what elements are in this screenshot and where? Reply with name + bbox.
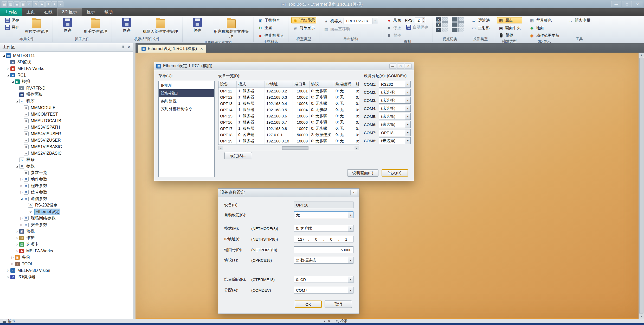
close-button[interactable]: ✕ (633, 1, 642, 7)
tree-item[interactable]: ▷≣动作参数 (0, 176, 133, 183)
close-icon[interactable]: ✕ (328, 320, 330, 323)
interference-check-button[interactable]: 干扰检查 (256, 17, 285, 23)
mode-select[interactable]: 0: 客户端 ▾ (294, 225, 353, 232)
tree-item[interactable]: ≡MMMODULE (0, 104, 133, 111)
save-user-mech-button[interactable]: 保存 (185, 17, 209, 33)
expand-arrow-icon[interactable]: ▷ (19, 178, 24, 181)
tree-item[interactable]: ▷◆MELFA-Works (0, 65, 133, 72)
collapse-arrow-icon[interactable]: ◢ (10, 80, 15, 83)
expand-arrow-icon[interactable]: ▷ (19, 223, 24, 227)
output-panel-header[interactable]: 输出 ▾ ✕ (0, 319, 333, 323)
menu-list-item[interactable]: IP地址 (159, 82, 214, 89)
column-header[interactable]: 终端编码 (334, 81, 354, 88)
maximize-button[interactable]: □ (622, 1, 632, 7)
open-workspace-icon[interactable]: ▥ (8, 1, 14, 7)
chevron-down-icon[interactable]: ▾ (372, 18, 378, 24)
table-row[interactable]: OPT121: 服务器192.168.0.3100020: 无步骤0: 无0: … (218, 94, 359, 100)
viewpoint-view-button[interactable] (442, 28, 448, 32)
minimize-button[interactable]: — (611, 1, 621, 7)
chevron-down-icon[interactable]: ▾ (405, 138, 410, 144)
com-port-select[interactable]: (未选择)▾ (379, 105, 411, 112)
spin-up-icon[interactable]: ▴ (422, 17, 425, 20)
scroll-down-icon[interactable]: ▼ (639, 314, 644, 319)
column-header[interactable]: 模式 (237, 81, 265, 88)
viewpoint-view-button[interactable] (442, 17, 448, 22)
chevron-down-icon[interactable]: ▾ (348, 287, 353, 293)
scroll-up-icon[interactable]: ▲ (639, 53, 644, 57)
user-mech-manage-button[interactable]: 用户机械装置文件管理 (212, 17, 250, 40)
orthographic-button[interactable]: 正射影 (470, 25, 491, 31)
save-robot-part-button[interactable]: 保存 (115, 17, 139, 33)
scrollbar-thumb[interactable] (282, 146, 308, 150)
menu-tab-3D 显示[interactable]: 3D 显示 (57, 8, 82, 16)
viewpoint-view-button[interactable] (458, 22, 464, 27)
background-color-button[interactable]: 背景颜色 (528, 17, 561, 23)
record-button[interactable]: 录像 (385, 17, 402, 23)
record-pause-button[interactable]: 暂停 (385, 32, 402, 39)
chevron-down-icon[interactable]: ▾ (405, 121, 410, 128)
close-icon[interactable]: ✕ (350, 190, 357, 195)
chevron-down-icon[interactable]: ▾ (405, 81, 410, 87)
reset-button[interactable]: 重置 (256, 25, 285, 31)
viewpoint-view-button[interactable] (458, 28, 464, 32)
panel-splitter[interactable] (133, 43, 136, 319)
tree-item[interactable]: ◢≡程序 (0, 98, 133, 104)
expand-arrow-icon[interactable]: ▷ (15, 243, 19, 246)
maximize-icon[interactable]: □ (397, 64, 404, 69)
scroll-right-icon[interactable]: ▸ (355, 146, 359, 150)
search-panel-label[interactable]: 检索 (340, 319, 347, 323)
table-row[interactable]: OPT141: 服务器192.168.0.5100040: 无步骤0: 无0: … (218, 107, 359, 113)
record-stop-button[interactable]: 停止 (385, 25, 402, 31)
com-port-select[interactable]: (未选择)▾ (379, 121, 411, 128)
ip-octet-input[interactable]: 0 (324, 237, 338, 241)
tree-item[interactable]: ◢≣通信参数 (0, 196, 133, 202)
table-row[interactable]: OPT171: 服务器192.168.0.8100070: 无步骤0: 无0: … (218, 125, 359, 132)
tree-item[interactable]: ≡MMS1VISBASIC (0, 143, 133, 150)
vertical-scrollbar[interactable]: ▲ ▼ (639, 53, 644, 319)
ground-button[interactable]: 地面 (528, 25, 561, 31)
undo-icon[interactable]: ↺ (27, 1, 32, 7)
menu-tab-在线[interactable]: 在线 (40, 8, 57, 16)
tree-item[interactable]: ▷IOI/O模拟器 (0, 274, 133, 280)
assignment-select[interactable]: COM7 ▾ (294, 287, 353, 293)
tree-item[interactable]: ◢▦MMTEST11 (0, 52, 133, 59)
table-row[interactable]: OPT180: 客户端127.0.0.1500002: 数据连接0: 无0: C… (218, 132, 359, 138)
vertical-move-button[interactable]: 面垂直移动 (322, 26, 379, 32)
stop-robot-button[interactable]: 停止机器人 (256, 32, 285, 39)
chevron-down-icon[interactable]: ▾ (348, 257, 353, 263)
viewpoint-view-button[interactable] (452, 17, 458, 22)
tree-item[interactable]: ≡MMCOMTEST (0, 111, 133, 117)
viewpoint-view-button[interactable] (458, 17, 464, 22)
tree-item[interactable]: ≡MMAUTOCALIB (0, 117, 133, 124)
zoom-origin-button[interactable]: 原点 (497, 17, 522, 23)
chevron-down-icon[interactable]: ▾ (405, 129, 410, 136)
explain-screen-button[interactable]: 说明画面(E) (347, 169, 378, 177)
tree-item[interactable]: S样条 (0, 157, 133, 163)
table-row[interactable]: OPT161: 服务器192.168.0.7100060: 无步骤0: 无0: … (218, 119, 359, 125)
collapse-arrow-icon[interactable]: ◢ (15, 165, 19, 168)
minimize-icon[interactable]: — (389, 64, 396, 69)
tree-item[interactable]: ▷⚙维护 (0, 235, 133, 241)
ip-octet-input[interactable]: 1 (339, 237, 353, 241)
tree-item[interactable]: ≡MMS3VISPATH (0, 124, 133, 130)
expand-arrow-icon[interactable]: ▷ (19, 191, 24, 194)
tree-item[interactable]: ▷▤选项卡 (0, 241, 133, 248)
viewpoint-view-button[interactable] (452, 28, 458, 32)
column-header[interactable]: 端口号 (293, 81, 310, 88)
tree-item[interactable]: ◢▣RC1 (0, 72, 133, 78)
ip-octet-input[interactable]: 127 (294, 237, 308, 241)
simple-display-button[interactable]: 简单显示 (291, 25, 316, 31)
tree-item[interactable]: ◢▶模拟 (0, 78, 133, 85)
motion-range-update-button[interactable]: 动作范围更新 (528, 32, 561, 39)
menu-list-item[interactable]: 实时外部控制命令 (159, 105, 214, 113)
expand-arrow-icon[interactable]: ▷ (6, 275, 10, 279)
tree-item[interactable]: ▦操作面板 (0, 91, 133, 98)
dialog-title-bar[interactable]: 设备参数设定 ✕ (218, 189, 359, 197)
customize-arrow-icon[interactable]: ▾ (58, 1, 63, 7)
tree-item[interactable]: ≡MMS4VISUSER (0, 130, 133, 137)
expand-arrow-icon[interactable]: ▷ (6, 269, 10, 272)
fps-stepper[interactable]: 2 ▴ ▾ (415, 17, 425, 23)
pause-icon[interactable]: Ⅱ (45, 1, 51, 7)
table-row[interactable]: OPT191: 服务器192.168.0.10100090: 无步骤0: 无0:… (218, 138, 359, 144)
workspace-icon[interactable]: ▤ (2, 1, 7, 7)
